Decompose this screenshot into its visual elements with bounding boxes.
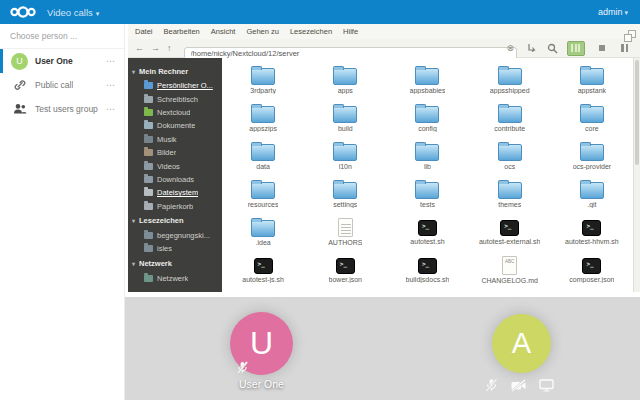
- file-item[interactable]: autotest.sh: [386, 217, 468, 255]
- file-item[interactable]: .git: [551, 179, 633, 217]
- file-item[interactable]: CHANGELOG.md: [469, 255, 551, 292]
- file-item[interactable]: appsbabies: [386, 65, 468, 103]
- tree-item[interactable]: Bilder: [128, 146, 222, 159]
- tree-section-bookmarks[interactable]: Lesezeichen: [128, 213, 222, 229]
- user-menu[interactable]: admin▾: [598, 7, 628, 17]
- file-item[interactable]: bower.json: [304, 255, 386, 292]
- menu-item[interactable]: Hilfe: [343, 27, 358, 36]
- forward-icon[interactable]: →: [151, 43, 160, 53]
- conversation-public-call[interactable]: Public call ⋯: [0, 73, 124, 97]
- file-item[interactable]: l10n: [304, 141, 386, 179]
- back-icon[interactable]: ←: [135, 43, 144, 53]
- choose-person-input[interactable]: [0, 24, 124, 49]
- icon-view-button[interactable]: [567, 41, 584, 56]
- folder-icon: [144, 96, 153, 103]
- file-item[interactable]: themes: [469, 179, 551, 217]
- tree-item[interactable]: Downloads: [128, 173, 222, 186]
- file-item[interactable]: autotest-external.sh: [469, 217, 551, 255]
- menu-item[interactable]: Lesezeichen: [290, 27, 332, 36]
- file-item[interactable]: tests: [386, 179, 468, 217]
- conversation-user-one[interactable]: U User One ⋯: [0, 49, 124, 73]
- open-location-icon[interactable]: [527, 43, 537, 53]
- file-item[interactable]: build: [304, 103, 386, 141]
- tree-item[interactable]: Dateisystem: [128, 186, 222, 199]
- compact-view-button[interactable]: [621, 44, 628, 52]
- file-grid-scrollbar[interactable]: [633, 58, 640, 292]
- tree-item[interactable]: begegnungski...: [128, 229, 222, 242]
- file-name: appszips: [249, 125, 277, 132]
- file-name: autotest-hhvm.sh: [565, 238, 619, 245]
- file-item[interactable]: ocs-provider: [551, 141, 633, 179]
- clear-path-icon[interactable]: ⊗: [507, 43, 515, 54]
- file-icon: [500, 220, 519, 236]
- file-name: appsbabies: [410, 87, 446, 94]
- list-view-button[interactable]: [594, 41, 611, 56]
- file-item[interactable]: core: [551, 103, 633, 141]
- conversation-test-users-group[interactable]: Test users group ⋯: [0, 97, 124, 121]
- file-item[interactable]: apps: [304, 65, 386, 103]
- file-icon: [333, 182, 357, 199]
- file-name: data: [256, 163, 270, 170]
- file-item[interactable]: composer.json: [551, 255, 633, 292]
- more-icon[interactable]: ⋯: [106, 80, 116, 90]
- menu-item[interactable]: Ansicht: [211, 27, 236, 36]
- tree-item-label: Netzwerk: [157, 274, 188, 283]
- scrollbar-thumb[interactable]: [635, 60, 639, 165]
- file-item[interactable]: 3rdparty: [222, 65, 304, 103]
- file-item[interactable]: autotest-js.sh: [222, 255, 304, 292]
- file-icon: [580, 182, 604, 199]
- bookmark-folder-icon: [144, 245, 153, 252]
- computer-items: Persönlicher O... Schreibtisch Nextcloud: [128, 79, 222, 213]
- conversation-sidebar: U User One ⋯ Public call ⋯: [0, 24, 125, 400]
- file-item[interactable]: contribute: [469, 103, 551, 141]
- file-item[interactable]: appsshipped: [469, 65, 551, 103]
- tree-item[interactable]: Dokumente: [128, 119, 222, 132]
- tree-item[interactable]: Musik: [128, 133, 222, 146]
- file-item[interactable]: data: [222, 141, 304, 179]
- folder-icon: [144, 82, 153, 89]
- file-name: CHANGELOG.md: [481, 277, 537, 284]
- file-name: build: [338, 125, 353, 132]
- file-item[interactable]: AUTHORS: [304, 217, 386, 255]
- file-item[interactable]: lib: [386, 141, 468, 179]
- file-item[interactable]: resources: [222, 179, 304, 217]
- tree-item[interactable]: Videos: [128, 159, 222, 172]
- camera-muted-icon[interactable]: [510, 379, 527, 392]
- participant-muted-mic-icon: [237, 361, 248, 374]
- tree-item-label: Dateisystem: [157, 188, 198, 197]
- menu-item[interactable]: Datei: [135, 27, 153, 36]
- avatar: U: [11, 53, 28, 70]
- tree-item[interactable]: Netzwerk: [128, 272, 222, 285]
- file-item[interactable]: appstank: [551, 65, 633, 103]
- nextcloud-logo-icon[interactable]: [9, 4, 37, 20]
- participant-avatar-a[interactable]: A: [492, 314, 551, 373]
- up-icon[interactable]: ↑: [167, 43, 172, 53]
- file-item[interactable]: settings: [304, 179, 386, 217]
- more-icon[interactable]: ⋯: [106, 104, 116, 114]
- window-restore-icon[interactable]: [624, 30, 636, 42]
- file-item[interactable]: buildjsdocs.sh: [386, 255, 468, 292]
- menu-item[interactable]: Bearbeiten: [164, 27, 200, 36]
- tree-item-label: Nextcloud: [157, 108, 190, 117]
- tree-item-label: Videos: [157, 162, 180, 171]
- file-item[interactable]: ocs: [469, 141, 551, 179]
- microphone-muted-icon[interactable]: [485, 378, 498, 392]
- screenshare-icon[interactable]: [539, 379, 554, 392]
- file-name: .idea: [256, 239, 271, 246]
- tree-item[interactable]: isles: [128, 242, 222, 255]
- file-item[interactable]: .idea: [222, 217, 304, 255]
- file-item[interactable]: config: [386, 103, 468, 141]
- tree-item[interactable]: Papierkorb: [128, 200, 222, 213]
- menu-item[interactable]: Gehen zu: [246, 27, 279, 36]
- tree-section-network[interactable]: Netzwerk: [128, 256, 222, 272]
- tree-item[interactable]: Schreibtisch: [128, 92, 222, 105]
- tree-section-computer[interactable]: Mein Rechner: [128, 63, 222, 79]
- tree-item[interactable]: Nextcloud: [128, 106, 222, 119]
- file-item[interactable]: autotest-hhvm.sh: [551, 217, 633, 255]
- more-icon[interactable]: ⋯: [106, 56, 116, 66]
- search-icon[interactable]: [547, 43, 558, 54]
- app-title-menu[interactable]: Video calls▾: [47, 7, 99, 18]
- network-icon: [144, 275, 153, 282]
- file-item[interactable]: appszips: [222, 103, 304, 141]
- tree-item[interactable]: Persönlicher O...: [128, 79, 222, 92]
